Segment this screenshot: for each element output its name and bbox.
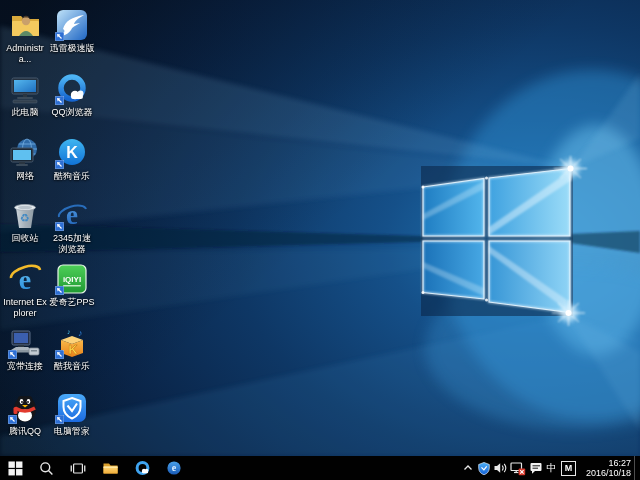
chevron-up-icon (462, 462, 474, 474)
desktop-icon-iqiyi[interactable]: iQIYI 爱奇艺PPS (49, 262, 95, 324)
file-explorer-button[interactable] (94, 456, 126, 480)
desktop-icon-label: 此电脑 (12, 107, 39, 118)
tray-notification-bubble[interactable] (527, 456, 544, 480)
desktop-icon-label: Administra... (2, 43, 48, 65)
desktop-icon-label: 回收站 (12, 233, 39, 244)
desktop-icon-kuwo[interactable]: K ♪ ♪ 酷我音乐 (49, 326, 95, 388)
hidden-icons-chevron[interactable] (460, 456, 475, 480)
svg-text:K: K (66, 144, 78, 161)
shortcut-arrow-badge (55, 32, 64, 41)
ime-mode-indicator[interactable]: 中 (544, 456, 559, 480)
shield-icon (477, 461, 491, 476)
svg-text:e: e (172, 462, 177, 473)
thunder-bird-icon (55, 8, 89, 42)
show-desktop-button[interactable] (634, 456, 639, 480)
desktop-icon-internet-explorer[interactable]: e Internet Explorer (2, 262, 48, 324)
qq-browser-taskbar-button[interactable] (126, 456, 158, 480)
search-button[interactable] (30, 456, 62, 480)
2345-browser-taskbar-button[interactable]: e (158, 456, 190, 480)
desktop-icon-label: 酷狗音乐 (54, 171, 90, 182)
svg-text:♪: ♪ (67, 328, 71, 335)
iqiyi-pps-icon: iQIYI (55, 262, 89, 296)
desktop-icon-recycle-bin[interactable]: ♻ 回收站 (2, 198, 48, 260)
recycle-bin-icon: ♻ (8, 198, 42, 232)
desktop-icon-tencent-qq[interactable]: 腾讯QQ (2, 391, 48, 453)
desktop-icon-label: 电脑管家 (54, 426, 90, 437)
clock-date: 2016/10/18 (581, 468, 631, 478)
svg-text:♻: ♻ (20, 212, 30, 224)
svg-text:e: e (66, 200, 78, 230)
desktop-icon-label: 酷我音乐 (54, 361, 90, 372)
desktop-icon-pc-manager[interactable]: 电脑管家 (49, 391, 95, 453)
qq-browser-icon (134, 460, 151, 477)
tray-network-status[interactable] (509, 456, 527, 480)
folder-icon (102, 461, 119, 476)
speaker-icon (493, 461, 508, 475)
desktop-icon-label: QQ浏览器 (51, 107, 92, 118)
desktop-icon-kugou[interactable]: K 酷狗音乐 (49, 136, 95, 198)
shortcut-arrow-badge (55, 96, 64, 105)
speech-bubble-icon (529, 461, 543, 475)
kugou-music-icon: K (55, 136, 89, 170)
task-view-button[interactable] (62, 456, 94, 480)
clock-time: 16:27 (581, 458, 631, 468)
internet-explorer-icon: e (8, 262, 42, 296)
shortcut-arrow-badge (55, 286, 64, 295)
desktop-icon-label: 爱奇艺PPS (49, 297, 94, 308)
shortcut-arrow-badge (8, 350, 17, 359)
shortcut-arrow-badge (55, 415, 64, 424)
shortcut-arrow-badge (55, 160, 64, 169)
desktop-icon-this-pc[interactable]: 此电脑 (2, 72, 48, 134)
broadband-connection-icon (8, 326, 42, 360)
desktop-icon-administrator[interactable]: Administra... (2, 8, 48, 70)
start-button[interactable] (0, 456, 30, 480)
desktop-icon-label: 网络 (16, 171, 34, 182)
shortcut-arrow-badge (55, 222, 64, 231)
tray-clock[interactable]: 16:27 2016/10/18 (578, 458, 634, 478)
desktop-icon-label: Internet Explorer (2, 297, 48, 319)
pc-manager-shield-icon (55, 391, 89, 425)
system-tray: 中 M 16:27 2016/10/18 (460, 456, 640, 480)
desktop-icon-label: 腾讯QQ (9, 426, 41, 437)
windows-desktop: Administra... 迅雷极速版 (0, 0, 640, 480)
desktop-icon-label: 宽带连接 (7, 361, 43, 372)
input-method-indicator[interactable]: M (561, 461, 576, 476)
2345-browser-icon: e (55, 198, 89, 232)
svg-text:K: K (68, 342, 78, 357)
search-icon (39, 461, 54, 476)
kuwo-music-icon: K ♪ ♪ (55, 326, 89, 360)
desktop-icon-qq-browser[interactable]: QQ浏览器 (49, 72, 95, 134)
administrator-folder-icon (8, 8, 42, 42)
tray-volume[interactable] (492, 456, 509, 480)
desktop-icon-area: Administra... 迅雷极速版 (0, 0, 640, 456)
desktop-icon-label: 2345加速浏览器 (49, 233, 95, 255)
network-icon (8, 136, 42, 170)
tray-security-shield[interactable] (475, 456, 492, 480)
svg-text:iQIYI: iQIYI (63, 275, 81, 284)
this-pc-icon (8, 72, 42, 106)
qq-browser-icon (55, 72, 89, 106)
shortcut-arrow-badge (55, 350, 64, 359)
svg-text:♪: ♪ (78, 328, 83, 338)
desktop-icon-2345-browser[interactable]: e 2345加速浏览器 (49, 198, 95, 260)
desktop-icon-label: 迅雷极速版 (50, 43, 95, 54)
task-view-icon (70, 461, 86, 476)
windows-logo-icon (8, 461, 23, 476)
e-browser-icon: e (166, 460, 182, 476)
desktop-icon-network[interactable]: 网络 (2, 136, 48, 198)
desktop-icon-broadband[interactable]: 宽带连接 (2, 326, 48, 388)
network-disconnected-icon (510, 461, 526, 476)
shortcut-arrow-badge (8, 415, 17, 424)
tencent-qq-icon (8, 391, 42, 425)
desktop-icon-thunder[interactable]: 迅雷极速版 (49, 8, 95, 70)
